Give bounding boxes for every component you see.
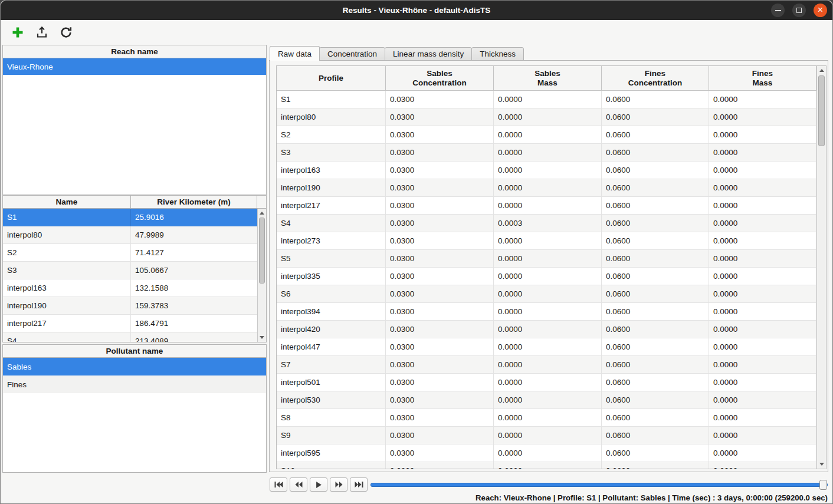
profile-row[interactable]: S3105.0667 — [3, 262, 257, 279]
value-cell[interactable]: 0.0600 — [602, 162, 709, 179]
column-header-fines-mass[interactable]: FinesMass — [709, 66, 816, 90]
data-row[interactable]: S30.03000.00000.06000.0000 — [277, 144, 816, 162]
data-row[interactable]: interpol1630.03000.00000.06000.0000 — [277, 162, 816, 179]
value-cell[interactable]: 0.0300 — [386, 409, 494, 426]
reach-list-item[interactable]: Vieux-Rhone — [3, 58, 266, 75]
value-cell[interactable]: 0.0000 — [709, 197, 816, 214]
value-cell[interactable]: 0.0000 — [494, 374, 602, 391]
data-row[interactable]: interpol2730.03000.00000.06000.0000 — [277, 232, 816, 250]
value-cell[interactable]: 0.0000 — [709, 268, 816, 285]
profile-cell[interactable]: S8 — [277, 409, 386, 426]
value-cell[interactable]: 0.0000 — [709, 374, 816, 391]
value-cell[interactable]: 0.0600 — [602, 250, 709, 267]
value-cell[interactable]: 0.0000 — [494, 409, 602, 426]
profile-km-cell[interactable]: 132.1588 — [131, 279, 257, 297]
data-row[interactable]: interpol800.03000.00000.06000.0000 — [277, 108, 816, 126]
pollutant-list-item[interactable]: Fines — [3, 375, 266, 393]
column-header-name[interactable]: Name — [3, 196, 131, 208]
value-cell[interactable]: 0.0300 — [386, 144, 494, 161]
data-row[interactable]: interpol3350.03000.00000.06000.0000 — [277, 268, 816, 285]
value-cell[interactable]: 0.0600 — [602, 285, 709, 302]
value-cell[interactable]: 0.0300 — [386, 427, 494, 444]
profile-name-cell[interactable]: S4 — [3, 332, 131, 342]
slider-handle[interactable] — [819, 480, 827, 490]
column-header-fines-concentration[interactable]: FinesConcentration — [602, 66, 709, 90]
value-cell[interactable]: 0.0000 — [709, 303, 816, 320]
profile-cell[interactable]: S4 — [277, 215, 386, 232]
profiles-scrollbar[interactable] — [257, 209, 266, 342]
profile-name-cell[interactable]: S1 — [3, 209, 131, 226]
value-cell[interactable]: 0.0000 — [709, 462, 816, 469]
value-cell[interactable]: 0.0300 — [386, 91, 494, 108]
value-cell[interactable]: 0.0000 — [494, 162, 602, 179]
data-row[interactable]: interpol5300.03000.00000.06000.0000 — [277, 391, 816, 409]
data-row[interactable]: interpol5950.03000.00000.06000.0000 — [277, 444, 816, 462]
value-cell[interactable]: 0.0000 — [494, 144, 602, 161]
profile-cell[interactable]: S2 — [277, 126, 386, 143]
value-cell[interactable]: 0.0000 — [709, 338, 816, 355]
data-row[interactable]: S50.03000.00000.06000.0000 — [277, 250, 816, 268]
value-cell[interactable]: 0.0600 — [602, 197, 709, 214]
value-cell[interactable]: 0.0000 — [709, 409, 816, 426]
value-cell[interactable]: 0.0000 — [494, 126, 602, 143]
profile-cell[interactable]: interpol420 — [277, 321, 386, 338]
column-header-sables-concentration[interactable]: SablesConcentration — [386, 66, 494, 90]
profile-cell[interactable]: interpol273 — [277, 232, 386, 249]
value-cell[interactable]: 0.0000 — [709, 91, 816, 108]
value-cell[interactable]: 0.0300 — [386, 285, 494, 302]
profile-km-cell[interactable]: 47.9989 — [131, 226, 257, 243]
value-cell[interactable]: 0.0600 — [602, 374, 709, 391]
value-cell[interactable]: 0.0000 — [494, 303, 602, 320]
pollutant-list-item[interactable]: Sables — [3, 358, 266, 375]
value-cell[interactable]: 0.0600 — [602, 444, 709, 462]
profile-cell[interactable]: interpol163 — [277, 162, 386, 179]
data-row[interactable]: interpol4200.03000.00000.06000.0000 — [277, 321, 816, 338]
value-cell[interactable]: 0.0600 — [602, 409, 709, 426]
profile-cell[interactable]: S9 — [277, 427, 386, 444]
profile-km-cell[interactable]: 213.4089 — [131, 332, 257, 342]
value-cell[interactable]: 0.0600 — [602, 321, 709, 338]
column-header-profile[interactable]: Profile — [277, 66, 386, 90]
value-cell[interactable]: 0.0300 — [386, 321, 494, 338]
profile-cell[interactable]: S5 — [277, 250, 386, 267]
value-cell[interactable]: 0.0000 — [494, 232, 602, 249]
profile-row[interactable]: S4213.4089 — [3, 332, 257, 342]
data-row[interactable]: interpol4470.03000.00000.06000.0000 — [277, 338, 816, 356]
value-cell[interactable]: 0.0000 — [494, 197, 602, 214]
profile-row[interactable]: interpol217186.4791 — [3, 315, 257, 332]
profile-cell[interactable]: S6 — [277, 285, 386, 302]
close-button[interactable]: × — [814, 4, 827, 17]
value-cell[interactable]: 0.0000 — [494, 91, 602, 108]
profile-km-cell[interactable]: 159.3783 — [131, 297, 257, 314]
value-cell[interactable]: 0.0300 — [386, 162, 494, 179]
scroll-down-button[interactable] — [817, 460, 826, 468]
data-row[interactable]: interpol3940.03000.00000.06000.0000 — [277, 303, 816, 321]
column-header-river-kilometer[interactable]: River Kilometer (m) — [131, 196, 257, 208]
value-cell[interactable]: 0.0000 — [709, 144, 816, 161]
value-cell[interactable]: 0.0000 — [494, 391, 602, 409]
value-cell[interactable]: 0.0000 — [494, 321, 602, 338]
value-cell[interactable]: 0.0300 — [386, 250, 494, 267]
maximize-button[interactable] — [792, 4, 806, 17]
profile-name-cell[interactable]: interpol190 — [3, 297, 131, 314]
value-cell[interactable]: 0.0000 — [709, 356, 816, 373]
minimize-button[interactable] — [771, 4, 785, 17]
tab-thickness[interactable]: Thickness — [471, 47, 524, 61]
value-cell[interactable]: 0.0600 — [602, 268, 709, 285]
value-cell[interactable]: 0.0300 — [386, 268, 494, 285]
value-cell[interactable]: 0.0000 — [494, 356, 602, 373]
value-cell[interactable]: 0.0600 — [602, 427, 709, 444]
profile-row[interactable]: interpol8047.9989 — [3, 226, 257, 244]
value-cell[interactable]: 0.0000 — [709, 427, 816, 444]
profile-cell[interactable]: interpol501 — [277, 374, 386, 391]
value-cell[interactable]: 0.0600 — [602, 303, 709, 320]
skip-to-end-button[interactable] — [350, 477, 368, 492]
value-cell[interactable]: 0.0300 — [386, 179, 494, 196]
value-cell[interactable]: 0.0000 — [709, 321, 816, 338]
scroll-up-button[interactable] — [817, 67, 826, 74]
data-row[interactable]: S20.03000.00000.06000.0000 — [277, 126, 816, 144]
value-cell[interactable]: 0.0300 — [386, 303, 494, 320]
value-cell[interactable]: 0.0000 — [494, 250, 602, 267]
profile-km-cell[interactable]: 25.9016 — [131, 209, 257, 226]
rewind-button[interactable] — [290, 477, 307, 492]
